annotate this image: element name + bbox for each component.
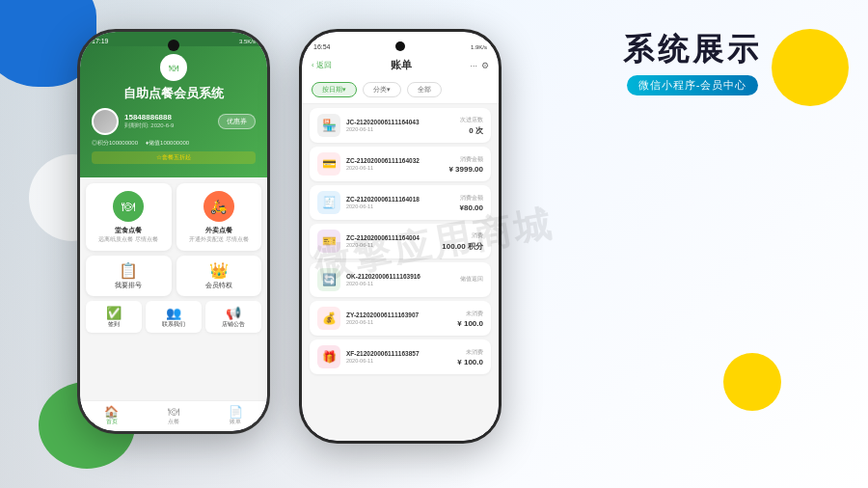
order-card-0[interactable]: 🏪 JC-212020006111164043 2020-06-11 次进店数 … (310, 108, 491, 143)
order-icon-0: 🏪 (317, 114, 340, 137)
vip-label: 会员特权 (182, 282, 257, 290)
order-date-3: 2020-06-11 (346, 242, 436, 248)
order-card-6[interactable]: 🎁 XF-212020006111163857 2020-06-11 未消费 ¥… (310, 339, 491, 374)
filter-date-button[interactable]: 按日期▾ (312, 82, 357, 97)
contact-label: 联系我们 (149, 321, 199, 328)
order-card-5[interactable]: 💰 ZY-212020006111163907 2020-06-11 未消费 ¥… (310, 301, 491, 336)
phone1-user-row: 15848886888 到期时间: 2020-6-9 优惠券 (92, 108, 256, 135)
phone1-signal: 3.5K/s (239, 39, 256, 44)
phone1: 17:19 3.5K/s 🍽 自助点餐会员系统 15848886888 到期时间… (77, 29, 270, 434)
bill-icon: 📄 (229, 405, 243, 419)
order-card-4[interactable]: 🔄 OK-212020006111163916 2020-06-11 储值返回 (310, 262, 491, 297)
checkin-icon: ✅ (89, 306, 139, 320)
order-info-2: ZC-212020006111164018 2020-06-11 (346, 196, 454, 209)
phone1-main-menu: 🍽 堂食点餐 远离纸质点餐 尽情点餐 🛵 外卖点餐 开通外卖配送 尽情点餐 (86, 183, 261, 251)
order-right-4: 储值返回 (460, 275, 483, 285)
order-id-6: XF-212020006111163857 (346, 350, 451, 357)
phone1-points: ◎积分100000000 (92, 139, 138, 148)
order-icon-2: 🧾 (317, 191, 340, 214)
order-amount-6: ¥ 100.0 (457, 358, 483, 366)
phone1-promo: ☆套餐五折起 (92, 151, 256, 164)
phone1-screen: 17:19 3.5K/s 🍽 自助点餐会员系统 15848886888 到期时间… (80, 32, 267, 431)
menu-card-delivery[interactable]: 🛵 外卖点餐 开通外卖配送 尽情点餐 (176, 183, 262, 251)
order-info-6: XF-212020006111163857 2020-06-11 (346, 350, 451, 364)
vip-icon: 👑 (182, 261, 257, 280)
order-date-5: 2020-06-11 (346, 319, 451, 325)
menu-card-notice[interactable]: 📢 店铺公告 (205, 301, 261, 333)
phone2-orders-list: 🏪 JC-212020006111164043 2020-06-11 次进店数 … (302, 104, 499, 441)
phone1-userinfo: 15848886888 到期时间: 2020-6-9 (124, 113, 218, 130)
order-id-4: OK-212020006111163916 (346, 273, 454, 280)
menu-card-contact[interactable]: 👥 联系我们 (146, 301, 202, 333)
phone2-time: 16:54 (313, 43, 331, 50)
coupon-button[interactable]: 优惠券 (218, 114, 256, 129)
phone1-logo: 🍽 (160, 54, 187, 81)
phone1-avatar (92, 108, 119, 135)
order-amount-5: ¥ 100.0 (457, 319, 483, 328)
order-info-0: JC-212020006111164043 2020-06-11 (346, 119, 454, 132)
phone2-header-icons: ··· ⚙ (470, 61, 489, 70)
filter-category-button[interactable]: 分类▾ (363, 82, 401, 97)
filter-all-button[interactable]: 全部 (407, 82, 442, 97)
menu-card-queue[interactable]: 📋 我要排号 (86, 256, 172, 296)
order-right-2: 消费金额 ¥80.00 (460, 194, 483, 212)
order-right-1: 消费金额 ¥ 3999.00 (448, 155, 483, 174)
nav-item-bill[interactable]: 📄 账单 (229, 405, 243, 425)
phone1-phone: 15848886888 (124, 113, 218, 122)
phone2-back-row: ‹ 返回 账单 ··· ⚙ (312, 58, 489, 72)
order-date-4: 2020-06-11 (346, 281, 454, 286)
dine-in-icon: 🍽 (113, 191, 144, 222)
nav-item-home[interactable]: 🏠 首页 (104, 405, 119, 425)
title-area: 系统展示 微信小程序-会员中心 (623, 29, 762, 95)
order-id-5: ZY-212020006111163907 (346, 312, 451, 318)
delivery-icon: 🛵 (203, 191, 234, 222)
order-date-1: 2020-06-11 (346, 165, 443, 171)
back-button[interactable]: ‹ 返回 (312, 60, 332, 70)
delivery-sublabel: 开通外卖配送 尽情点餐 (182, 236, 257, 243)
phone1-camera (168, 40, 179, 51)
back-label: 返回 (316, 60, 332, 70)
blob-yellow-bottomright (723, 353, 781, 411)
order-status-6: 未消费 (457, 348, 483, 357)
order-id-0: JC-212020006111164043 (346, 119, 454, 125)
nav-bill-label: 账单 (230, 419, 241, 424)
order-right-6: 未消费 ¥ 100.0 (457, 348, 483, 366)
order-id-2: ZC-212020006111164018 (346, 196, 454, 203)
order-status-2: 消费金额 (460, 194, 483, 203)
order-info-1: ZC-212020006111164032 2020-06-11 (346, 157, 443, 171)
phone2-title: 账单 (391, 58, 412, 72)
phone1-expire: 到期时间: 2020-6-9 (124, 122, 218, 130)
order-right-0: 次进店数 0 次 (460, 116, 483, 136)
queue-icon: 📋 (92, 261, 166, 280)
phone1-time: 17:19 (92, 38, 109, 44)
order-amount-0: 0 次 (460, 125, 483, 136)
phone2-screen: 16:54 1.9K/s ‹ 返回 账单 ··· ⚙ (302, 32, 499, 441)
menu-card-checkin[interactable]: ✅ 签到 (86, 301, 142, 333)
phones-wrapper: 17:19 3.5K/s 🍽 自助点餐会员系统 15848886888 到期时间… (77, 29, 502, 444)
order-date-0: 2020-06-11 (346, 126, 454, 132)
nav-item-order[interactable]: 🍽 点餐 (168, 405, 179, 425)
order-amount-3: 100.00 积分 (442, 241, 483, 252)
menu-card-dine-in[interactable]: 🍽 堂食点餐 远离纸质点餐 尽情点餐 (86, 183, 172, 251)
phone1-body: 🍽 堂食点餐 远离纸质点餐 尽情点餐 🛵 外卖点餐 开通外卖配送 尽情点餐 📋 … (80, 177, 267, 400)
order-card-1[interactable]: 💳 ZC-212020006111164032 2020-06-11 消费金额 … (310, 147, 491, 181)
order-info-3: ZC-212020006111164004 2020-06-11 (346, 234, 436, 248)
order-info-4: OK-212020006111163916 2020-06-11 (346, 273, 454, 286)
order-icon-5: 💰 (317, 307, 340, 330)
phone2: 16:54 1.9K/s ‹ 返回 账单 ··· ⚙ (299, 29, 502, 444)
dine-in-sublabel: 远离纸质点餐 尽情点餐 (92, 236, 166, 243)
order-card-2[interactable]: 🧾 ZC-212020006111164018 2020-06-11 消费金额 … (310, 185, 491, 220)
phone1-bottom-nav: 🏠 首页 🍽 点餐 📄 账单 (80, 400, 267, 431)
order-amount-2: ¥80.00 (460, 203, 483, 212)
phone1-title: 自助点餐会员系统 (92, 85, 256, 102)
delivery-label: 外卖点餐 (182, 226, 257, 235)
queue-label: 我要排号 (92, 282, 166, 290)
page-subtitle: 微信小程序-会员中心 (627, 75, 759, 95)
menu-card-vip[interactable]: 👑 会员特权 (176, 256, 262, 296)
order-card-3[interactable]: 🎫 ZC-212020006111164004 2020-06-11 消费 10… (310, 224, 491, 258)
order-right-5: 未消费 ¥ 100.0 (457, 310, 483, 328)
order-icon: 🍽 (168, 405, 179, 419)
dine-in-label: 堂食点餐 (92, 226, 166, 235)
order-status-1: 消费金额 (448, 155, 483, 164)
order-status-4: 储值返回 (460, 275, 483, 284)
